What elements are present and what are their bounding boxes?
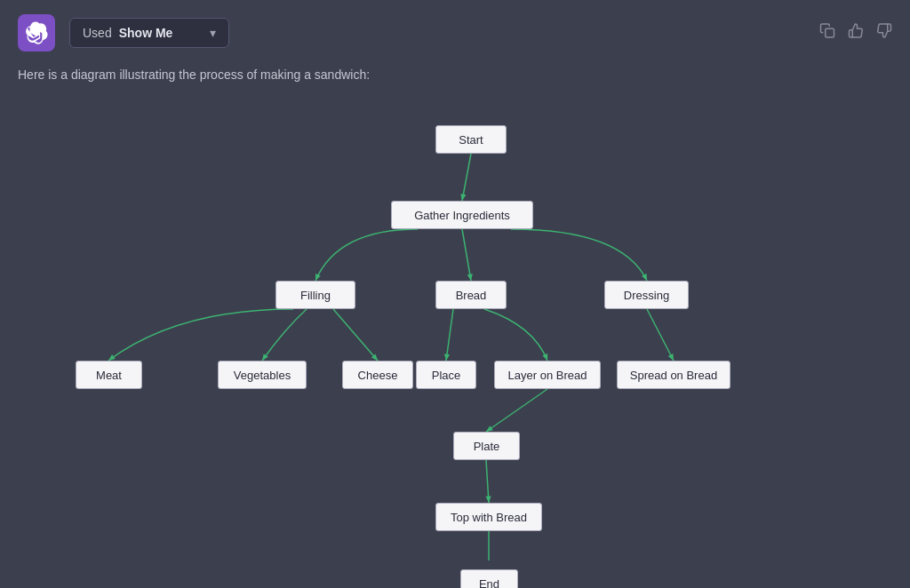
diagram-node-vegetables: Vegetables xyxy=(218,361,307,389)
chatgpt-logo-icon xyxy=(25,21,48,44)
chevron-down-icon: ▾ xyxy=(210,26,216,40)
diagram-node-layer: Layer on Bread xyxy=(494,361,601,389)
svg-line-1 xyxy=(462,154,471,201)
svg-line-9 xyxy=(333,309,378,361)
diagram-node-dressing: Dressing xyxy=(604,281,689,309)
diagram-node-spread: Spread on Bread xyxy=(617,361,730,389)
diagram-node-meat: Meat xyxy=(76,361,142,389)
used-label: Used xyxy=(83,26,112,40)
svg-marker-5 xyxy=(467,274,473,281)
svg-marker-8 xyxy=(262,354,268,361)
svg-line-11 xyxy=(446,309,453,361)
thumbs-up-icon[interactable] xyxy=(848,23,864,44)
diagram-container: StartGather IngredientsFillingBreadDress… xyxy=(0,99,910,560)
diagram-node-end: End xyxy=(460,569,518,588)
thumbs-down-icon[interactable] xyxy=(876,23,892,44)
svg-line-14 xyxy=(647,309,674,361)
action-icons-group xyxy=(819,23,892,44)
header: Used Show Me ▾ xyxy=(0,0,910,66)
diagram-node-bread: Bread xyxy=(435,281,507,309)
svg-marker-7 xyxy=(108,354,116,361)
svg-line-16 xyxy=(486,389,547,432)
diagram-node-cheese: Cheese xyxy=(342,361,413,389)
copy-icon[interactable] xyxy=(819,23,835,44)
svg-line-4 xyxy=(462,229,471,281)
svg-marker-19 xyxy=(485,496,491,503)
svg-marker-13 xyxy=(542,354,547,361)
svg-rect-0 xyxy=(826,28,834,37)
svg-marker-17 xyxy=(486,425,493,432)
svg-marker-12 xyxy=(444,354,450,361)
description-text: Here is a diagram illustrating the proce… xyxy=(0,66,910,99)
diagram-node-topbread: Top with Bread xyxy=(435,503,542,531)
show-me-bold-label: Show Me xyxy=(119,26,173,40)
diagram-node-filling: Filling xyxy=(275,281,355,309)
diagram-node-start: Start xyxy=(435,125,507,154)
svg-marker-2 xyxy=(460,194,466,201)
avatar xyxy=(18,14,55,52)
diagram-node-gather: Gather Ingredients xyxy=(391,201,533,229)
used-show-me-button[interactable]: Used Show Me ▾ xyxy=(69,18,229,48)
diagram-node-plate: Plate xyxy=(453,432,520,460)
diagram-node-place: Place xyxy=(416,361,476,389)
